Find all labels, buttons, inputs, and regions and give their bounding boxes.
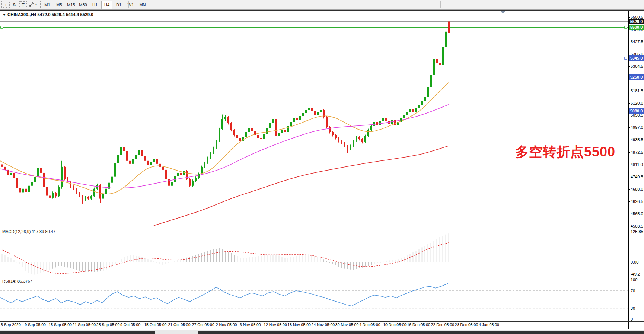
- annotation-text: 多空转折点5500: [515, 143, 615, 161]
- date-tick-label: 27 Oct 05:00: [192, 322, 214, 327]
- price-badge-5529.0: 5529.0: [629, 19, 644, 24]
- price-tickmark: [628, 54, 630, 54]
- price-tick-label: 5427.5: [631, 39, 643, 44]
- price-tick-label: 4749.5: [631, 175, 643, 179]
- macd-tick-label: 125.85: [631, 229, 643, 234]
- price-tickmark: [628, 214, 630, 214]
- price-tick-label: 4565.0: [631, 211, 643, 216]
- price-tickmark: [628, 226, 630, 226]
- price-tick-label: 4935.5: [631, 137, 643, 142]
- date-tick-label: 21 Sep 05:00: [73, 322, 96, 327]
- price-tick-label: 4997.0: [631, 125, 643, 130]
- panel-divider-rsi[interactable]: [0, 276, 644, 277]
- panel-divider-macd[interactable]: [0, 227, 644, 228]
- date-tick-label: 2 Nov 05:00: [216, 322, 237, 327]
- resistance-5500-handle[interactable]: [1, 26, 3, 28]
- price-badge-5080.0: 5080.0: [629, 108, 644, 114]
- date-tick-label: 9 Oct 05:00: [120, 322, 140, 327]
- price-tickmark: [628, 201, 630, 202]
- date-tick-label: 15 Sep 05:00: [48, 322, 71, 327]
- date-tick-label: 6 Nov 05:00: [240, 322, 261, 327]
- price-badge-5345.0: 5345.0: [629, 55, 644, 61]
- price-tick-label: 4503.5: [631, 224, 643, 228]
- macd-signal-line: [0, 243, 449, 274]
- price-tick-label: 5120.0: [631, 101, 643, 105]
- rsi-tick-label: 0: [631, 317, 633, 321]
- price-tickmark: [628, 127, 630, 128]
- price-tickmark: [628, 165, 630, 165]
- rsi-tick-label: 30: [631, 306, 635, 311]
- rsi-indicator-label: RSI(14) 86.3767: [2, 279, 32, 283]
- date-tick-label: 21 Oct 05:00: [168, 322, 190, 327]
- price-tickmark: [628, 91, 630, 91]
- price-tick-label: 5181.5: [631, 89, 643, 93]
- macd-tick-label: 0.00: [631, 260, 638, 264]
- date-axis-line: [0, 321, 644, 322]
- price-tickmark: [628, 42, 630, 42]
- price-tick-label: 4626.5: [631, 199, 643, 204]
- horizontal-scrollbar[interactable]: [0, 330, 644, 334]
- price-tickmark: [628, 189, 630, 190]
- ma-slow-line: [154, 146, 449, 226]
- macd-indicator-label: MACD(12,26,9) 117.89 80.47: [2, 229, 55, 234]
- mt4-window: { "toolbar": { "icon_f": "F", "icon_a": …: [0, 0, 644, 334]
- rsi-tick-label: 70: [631, 289, 635, 293]
- price-tick-label: 4872.5: [631, 150, 643, 155]
- date-tick-label: 25 Sep 05:00: [96, 322, 119, 327]
- horizontal-lines-layer[interactable]: [0, 26, 628, 111]
- price-tickmark: [628, 103, 630, 104]
- price-tick-label: 5058.5: [631, 113, 643, 117]
- price-tickmark: [628, 66, 630, 67]
- ma-mid-line: [0, 105, 449, 188]
- price-tick-label: 5304.5: [631, 64, 643, 69]
- ma-fast-line: [0, 83, 449, 194]
- price-tick-label: 4811.0: [631, 162, 643, 167]
- date-tick-label: 9 Sep 05:00: [25, 322, 46, 327]
- window-bottom-border: [0, 329, 644, 329]
- price-tickmark: [628, 177, 630, 177]
- date-tick-label: 3 Sep 2020: [1, 322, 21, 327]
- scrollbar-segment-right[interactable]: [198, 331, 644, 334]
- chart-title-caret-icon[interactable]: ▼: [3, 13, 6, 17]
- date-tick-label: 28 Dec 05:00: [455, 322, 478, 327]
- scrollbar-segment-left[interactable]: [0, 331, 155, 334]
- rsi-line-layer: [0, 283, 448, 306]
- macd-histogram-layer: [2, 233, 449, 274]
- price-badge-5500.0: 5500.0: [629, 25, 644, 30]
- chart-title: ▼CHINA300-,H4 5472.0 5529.4 5414.4 5529.…: [3, 12, 93, 17]
- rsi-tick-label: 100: [631, 277, 637, 282]
- level-5345-handle[interactable]: [625, 57, 627, 59]
- date-tick-label: 10 Dec 05:00: [383, 322, 406, 327]
- price-tickmark: [628, 115, 630, 115]
- date-tick-label: 24 Nov 05:00: [312, 322, 335, 327]
- macd-tick-label: -49.2: [631, 272, 640, 276]
- date-tick-label: 15 Oct 05:00: [144, 322, 166, 327]
- resistance-5500-handle[interactable]: [625, 26, 627, 28]
- date-tick-label: 30 Nov 05:00: [335, 322, 358, 327]
- price-badge-5250.0: 5250.0: [629, 74, 644, 80]
- date-tick-label: 22 Dec 05:00: [431, 322, 454, 327]
- date-tick-label: 4 Dec 05:00: [359, 322, 380, 327]
- price-tick-label: 4688.0: [631, 187, 643, 191]
- chart-plot-area[interactable]: [0, 0, 644, 334]
- date-tick-label: 12 Nov 05:00: [264, 322, 287, 327]
- date-tick-label: 4 Jan 05:00: [479, 322, 499, 327]
- price-tickmark: [628, 17, 630, 18]
- date-tick-label: 16 Dec 05:00: [407, 322, 430, 327]
- date-tick-label: 18 Nov 05:00: [287, 322, 310, 327]
- chart-shift-marker-icon[interactable]: [501, 11, 505, 14]
- price-tickmark: [628, 140, 630, 140]
- price-tickmark: [628, 152, 630, 153]
- rsi-levels-layer: [0, 291, 628, 308]
